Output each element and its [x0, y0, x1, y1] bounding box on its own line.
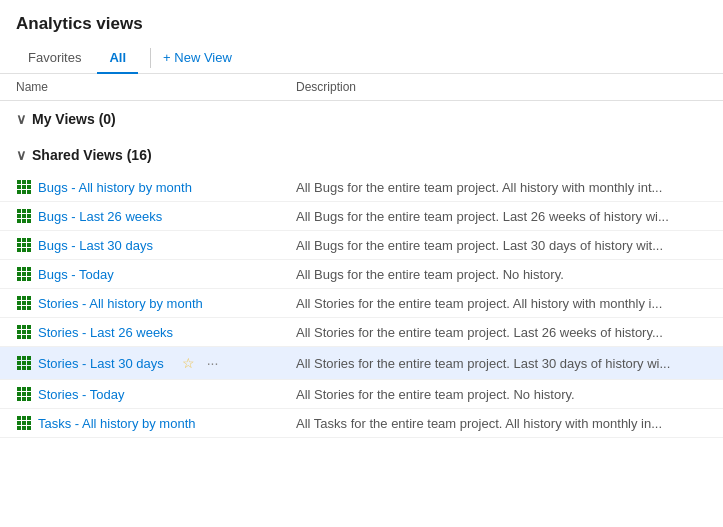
row-desc-cell: All Bugs for the entire team project. Al…: [296, 180, 707, 195]
grid-icon: [16, 179, 32, 195]
star-icon: ☆: [182, 355, 195, 371]
col-desc-header: Description: [296, 80, 707, 94]
row-name-cell: Stories - All history by month: [16, 295, 296, 311]
table-row[interactable]: Bugs - Last 30 daysAll Bugs for the enti…: [0, 231, 723, 260]
grid-icon: [16, 415, 32, 431]
table-row[interactable]: Stories - All history by monthAll Storie…: [0, 289, 723, 318]
tab-all[interactable]: All: [97, 42, 138, 73]
tab-bar: Favorites All + New View: [0, 42, 723, 74]
row-name-cell: Bugs - Today: [16, 266, 296, 282]
ellipsis-icon: ···: [207, 355, 219, 371]
new-view-button[interactable]: + New View: [159, 42, 236, 73]
row-desc-cell: All Bugs for the entire team project. La…: [296, 238, 707, 253]
table-row[interactable]: Bugs - Last 26 weeksAll Bugs for the ent…: [0, 202, 723, 231]
grid-icon: [16, 266, 32, 282]
table-header: Name Description: [0, 74, 723, 101]
row-actions: ☆···: [178, 353, 223, 373]
row-name-cell: Bugs - Last 30 days: [16, 237, 296, 253]
table-row[interactable]: Bugs - TodayAll Bugs for the entire team…: [0, 260, 723, 289]
grid-icon: [16, 355, 32, 371]
favorite-button[interactable]: ☆: [178, 353, 199, 373]
row-name-link[interactable]: Stories - Last 30 days: [38, 356, 164, 371]
table-row[interactable]: Stories - Last 30 days☆···All Stories fo…: [0, 347, 723, 380]
table-row[interactable]: Bugs - All history by monthAll Bugs for …: [0, 173, 723, 202]
rows-container: Bugs - All history by monthAll Bugs for …: [0, 173, 723, 438]
page-title: Analytics views: [0, 0, 723, 42]
row-name-cell: Stories - Last 30 days☆···: [16, 353, 296, 373]
row-name-cell: Bugs - All history by month: [16, 179, 296, 195]
more-options-button[interactable]: ···: [203, 353, 223, 373]
grid-icon: [16, 208, 32, 224]
row-desc-cell: All Stories for the entire team project.…: [296, 387, 707, 402]
row-name-cell: Bugs - Last 26 weeks: [16, 208, 296, 224]
grid-icon: [16, 237, 32, 253]
chevron-down-icon: ∨: [16, 147, 26, 163]
page-container: Analytics views Favorites All + New View…: [0, 0, 723, 438]
row-name-cell: Tasks - All history by month: [16, 415, 296, 431]
row-desc-cell: All Stories for the entire team project.…: [296, 356, 707, 371]
table-row[interactable]: Tasks - All history by monthAll Tasks fo…: [0, 409, 723, 438]
table-row[interactable]: Stories - Last 26 weeksAll Stories for t…: [0, 318, 723, 347]
row-desc-cell: All Bugs for the entire team project. No…: [296, 267, 707, 282]
row-name-link[interactable]: Stories - Last 26 weeks: [38, 325, 173, 340]
col-name-header: Name: [16, 80, 296, 94]
row-name-link[interactable]: Stories - Today: [38, 387, 124, 402]
row-name-link[interactable]: Stories - All history by month: [38, 296, 203, 311]
section-shared-views[interactable]: ∨ Shared Views (16): [0, 137, 723, 173]
row-desc-cell: All Stories for the entire team project.…: [296, 325, 707, 340]
row-desc-cell: All Tasks for the entire team project. A…: [296, 416, 707, 431]
grid-icon: [16, 386, 32, 402]
tab-favorites[interactable]: Favorites: [16, 42, 93, 73]
row-desc-cell: All Bugs for the entire team project. La…: [296, 209, 707, 224]
row-name-link[interactable]: Bugs - All history by month: [38, 180, 192, 195]
row-name-cell: Stories - Today: [16, 386, 296, 402]
row-name-link[interactable]: Tasks - All history by month: [38, 416, 196, 431]
row-desc-cell: All Stories for the entire team project.…: [296, 296, 707, 311]
row-name-link[interactable]: Bugs - Today: [38, 267, 114, 282]
chevron-down-icon: ∨: [16, 111, 26, 127]
tab-separator: [150, 48, 151, 68]
row-name-link[interactable]: Bugs - Last 26 weeks: [38, 209, 162, 224]
row-name-cell: Stories - Last 26 weeks: [16, 324, 296, 340]
table-row[interactable]: Stories - TodayAll Stories for the entir…: [0, 380, 723, 409]
section-my-views[interactable]: ∨ My Views (0): [0, 101, 723, 137]
grid-icon: [16, 324, 32, 340]
grid-icon: [16, 295, 32, 311]
row-name-link[interactable]: Bugs - Last 30 days: [38, 238, 153, 253]
